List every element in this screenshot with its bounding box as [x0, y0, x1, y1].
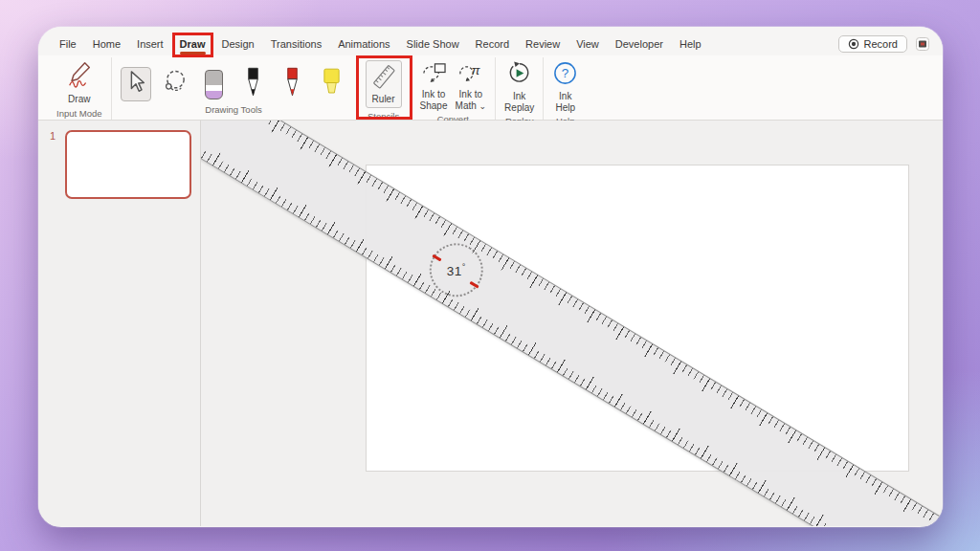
- ribbon-group-replay: InkReplay Replay: [496, 57, 544, 120]
- ink-help-icon: ?: [552, 60, 578, 90]
- ribbon-group-convert: Ink toShape π Ink toMath ⌄ Convert: [412, 57, 497, 120]
- ink-replay-label: InkReplay: [504, 91, 534, 113]
- red-pen-icon: [283, 67, 301, 102]
- ribbon-group-drawing-tools: Drawing Tools: [112, 57, 357, 120]
- group-label-input-mode: Input Mode: [56, 106, 102, 121]
- slide-thumbnail[interactable]: [65, 130, 191, 199]
- select-tool-button[interactable]: [121, 67, 151, 101]
- ink-help-button[interactable]: ? InkHelp: [552, 60, 578, 113]
- eraser-icon: [205, 70, 223, 99]
- ribbon-group-stencils: Ruler Stencils: [357, 57, 412, 120]
- lasso-select-icon: [162, 69, 188, 100]
- draw-pen-icon: [65, 60, 94, 93]
- ink-replay-icon: [506, 60, 532, 90]
- powerpoint-window: File Home Insert Draw Design Transitions…: [38, 27, 943, 527]
- ruler-button-label: Ruler: [372, 94, 395, 105]
- yellow-highlighter-icon: [322, 68, 342, 101]
- ruler-icon: [371, 64, 396, 93]
- menu-bar: File Home Insert Draw Design Transitions…: [38, 27, 943, 55]
- ruler-button[interactable]: Ruler: [366, 60, 402, 108]
- ruler-angle-value: 31°: [447, 262, 466, 278]
- dial-red-mark-right: [469, 281, 479, 289]
- ribbon-group-help: ? InkHelp Help: [544, 57, 587, 120]
- ink-to-shape-icon: [420, 60, 448, 88]
- svg-text:?: ?: [562, 66, 569, 80]
- menu-tab-list: File Home Insert Draw Design Transitions…: [59, 38, 702, 50]
- app-icon[interactable]: [916, 37, 929, 51]
- tab-home[interactable]: Home: [93, 38, 121, 50]
- tab-slide-show[interactable]: Slide Show: [407, 38, 459, 50]
- draw-mode-button[interactable]: Draw: [65, 60, 94, 105]
- svg-text:π: π: [472, 63, 481, 77]
- tab-help[interactable]: Help: [679, 38, 702, 50]
- ink-to-math-icon: π: [457, 60, 484, 88]
- tab-draw-label: Draw: [180, 38, 206, 50]
- tab-view[interactable]: View: [576, 38, 599, 50]
- ink-to-math-label: Ink toMath ⌄: [456, 89, 487, 111]
- record-dot-icon: [848, 38, 859, 50]
- tab-record[interactable]: Record: [476, 38, 509, 50]
- tab-insert[interactable]: Insert: [137, 38, 164, 50]
- yellow-highlighter-button[interactable]: [317, 67, 347, 101]
- draw-button-label: Draw: [68, 94, 90, 105]
- tab-design[interactable]: Design: [222, 38, 255, 50]
- select-arrow-icon: [124, 69, 147, 99]
- group-label-drawing-tools: Drawing Tools: [205, 102, 262, 118]
- tab-review[interactable]: Review: [525, 38, 560, 50]
- ink-to-math-button[interactable]: π Ink toMath ⌄: [456, 60, 487, 111]
- slide-canvas[interactable]: [366, 165, 909, 472]
- slide-editor-area: 31°: [201, 121, 943, 526]
- slide-number: 1: [50, 130, 56, 142]
- ink-to-shape-button[interactable]: Ink toShape: [420, 60, 448, 111]
- slide-thumbnail-panel: 1: [38, 121, 201, 526]
- eraser-button[interactable]: [199, 67, 230, 101]
- ink-help-label: InkHelp: [555, 91, 575, 113]
- tab-transitions[interactable]: Transitions: [271, 38, 322, 50]
- active-tab-underline: [180, 52, 206, 55]
- red-pen-button[interactable]: [278, 67, 308, 101]
- lasso-select-button[interactable]: [160, 67, 190, 101]
- record-button-label: Record: [864, 38, 898, 50]
- dial-red-mark-left: [432, 254, 441, 262]
- ink-to-shape-label: Ink toShape: [420, 89, 448, 111]
- ink-replay-button[interactable]: InkReplay: [504, 60, 534, 113]
- tab-file[interactable]: File: [59, 38, 77, 50]
- black-pen-icon: [244, 67, 262, 102]
- record-button[interactable]: Record: [838, 35, 907, 53]
- tab-animations[interactable]: Animations: [338, 38, 390, 50]
- tab-draw[interactable]: Draw: [180, 38, 206, 50]
- tab-developer[interactable]: Developer: [615, 38, 663, 50]
- math-dropdown-caret[interactable]: ⌄: [479, 101, 487, 111]
- ribbon-group-input-mode: Draw Input Mode: [48, 57, 112, 120]
- black-pen-button[interactable]: [238, 67, 269, 101]
- ribbon: Draw Input Mode: [38, 55, 943, 121]
